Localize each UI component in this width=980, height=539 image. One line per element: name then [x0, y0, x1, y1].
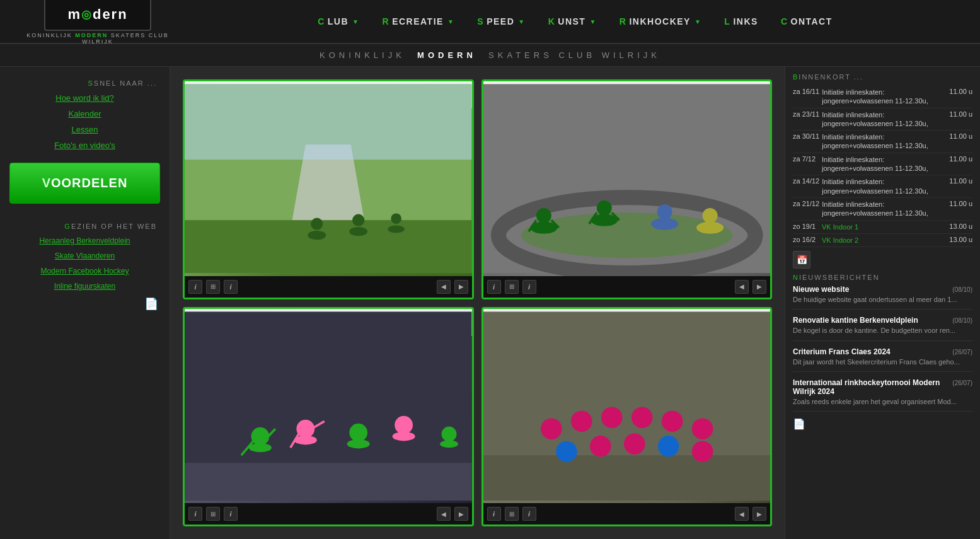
svg-point-52	[657, 435, 679, 456]
event-row-4: za 7/12 Initiatie inlineskaten: jongeren…	[793, 153, 972, 176]
svg-point-28	[251, 427, 269, 445]
event-desc-2: Initiatie inlineskaten: jongeren+volwass…	[822, 110, 945, 129]
nav-speed[interactable]: SPEED ▼	[466, 11, 536, 32]
sidebar-link-kalender[interactable]: Kalender	[6, 109, 163, 119]
event-date-1: za 16/11	[793, 88, 819, 95]
sidebar-document-icon[interactable]: 📄	[6, 297, 163, 311]
nav-contact-first: C	[781, 16, 788, 26]
sidebar-link-skate[interactable]: Skate Vlaanderen	[6, 252, 163, 260]
ctrl-next-btn-recreatie[interactable]: ▶	[454, 280, 468, 294]
site-logo[interactable]: m◎dern	[44, 0, 151, 31]
event-date-2: za 23/11	[793, 110, 819, 118]
nav-links-first: L	[724, 16, 730, 26]
nav-rinkhockey[interactable]: RINKHOCKEY ▼	[608, 11, 713, 32]
ctrl-grid-btn-recreatie[interactable]: ⊞	[206, 280, 220, 294]
svg-point-44	[571, 410, 592, 432]
svg-point-53	[691, 441, 713, 462]
ctrl-info-btn-kunst[interactable]: i	[188, 507, 202, 521]
nav-speed-rest: PEED	[487, 16, 514, 26]
ctrl-next-btn-rinkhockey[interactable]: ▶	[752, 507, 766, 521]
event-row-2: za 23/11 Initiatie inlineskaten: jongere…	[793, 108, 972, 131]
ctrl-next-btn-speed[interactable]: ▶	[752, 280, 766, 294]
event-desc-6: Initiatie inlineskaten: jongeren+volwass…	[822, 200, 945, 218]
svg-point-24	[702, 208, 717, 223]
news-title-3[interactable]: Criterium Frans Claes 2024	[793, 347, 891, 356]
card-kunst: KUNST	[183, 307, 474, 527]
nav-recreatie[interactable]: RECREATIE ▼	[371, 11, 466, 32]
ctrl-info-btn-recreatie[interactable]: i	[188, 280, 202, 294]
ctrl-prev-btn-rinkhockey[interactable]: ◀	[735, 507, 749, 521]
card-speed: SPEED	[481, 79, 773, 299]
subtitle-text: KONINKLIJK MODERN SKATERS CLUB WILRIJK	[320, 50, 660, 60]
events-list: za 16/11 Initiatie inlineskaten: jongere…	[793, 86, 972, 247]
news-item-2: Renovatie kantine Berkenveldplein (08/10…	[793, 316, 972, 340]
news-title-2[interactable]: Renovatie kantine Berkenveldplein	[793, 316, 918, 325]
ctrl-info2-btn-recreatie[interactable]: i	[224, 280, 238, 294]
ctrl-info2-btn-speed[interactable]: i	[522, 280, 536, 294]
nieuwsberichten-title: NIEUWSBERICHTEN	[793, 274, 972, 281]
card-rinkhockey-controls: i ⊞ i ◀ ▶	[483, 503, 771, 525]
event-time-8: 13.00 u	[947, 236, 972, 243]
ctrl-prev-btn-speed[interactable]: ◀	[735, 280, 749, 294]
nav-recreatie-rest: ECREATIE	[392, 16, 444, 26]
svg-rect-26	[185, 463, 472, 501]
card-rinkhockey-image: RINKHOCKEY	[483, 309, 771, 504]
ctrl-info2-btn-rinkhockey[interactable]: i	[522, 507, 536, 521]
svg-point-38	[395, 415, 413, 434]
main-layout: SSNEL NAAR ... Hoe word ik lid? Kalender…	[0, 67, 980, 539]
ctrl-prev-btn-recreatie[interactable]: ◀	[437, 280, 451, 294]
news-date-2: (08/10)	[952, 317, 972, 324]
event-time-1: 11.00 u	[947, 88, 972, 95]
ctrl-info-btn-rinkhockey[interactable]: i	[487, 507, 501, 521]
svg-point-50	[590, 435, 611, 456]
card-kunst-controls: i ⊞ i ◀ ▶	[185, 503, 472, 525]
event-desc-8[interactable]: VK Indoor 2	[822, 236, 945, 245]
event-date-4: za 7/12	[793, 155, 819, 163]
voordelen-button[interactable]: VOORDELEN	[9, 163, 160, 204]
news-item-4: Internationaal rinkhockeytornooi Modern …	[793, 378, 972, 412]
event-row-8: zo 16/2 VK Indoor 2 13.00 u	[793, 234, 972, 247]
event-date-8: zo 16/2	[793, 236, 819, 243]
sidebar-link-heraanleg[interactable]: Heraanleg Berkenveldplein	[6, 236, 163, 245]
sidebar-link-inline[interactable]: Inline figuurskaten	[6, 282, 163, 291]
nav-links[interactable]: LINKS	[713, 11, 770, 32]
ctrl-prev-btn-kunst[interactable]: ◀	[437, 507, 451, 521]
news-title-1[interactable]: Nieuwe website	[793, 285, 849, 294]
nieuws-label: IEUWSBERICHTEN	[799, 274, 880, 281]
sidebar-link-lessen[interactable]: Lessen	[6, 125, 163, 134]
ctrl-info-btn-speed[interactable]: i	[487, 280, 501, 294]
news-header-4: Internationaal rinkhockeytornooi Modern …	[793, 378, 972, 396]
svg-point-4	[308, 231, 326, 240]
sidebar-link-lid[interactable]: Hoe word ik lid?	[6, 93, 163, 103]
sidebar-link-fotos[interactable]: Foto's en video's	[6, 141, 163, 150]
card-recreatie: RECREATIE	[183, 79, 474, 299]
right-bottom-doc-icon[interactable]: 📄	[793, 418, 972, 430]
ctrl-grid-btn-rinkhockey[interactable]: ⊞	[505, 507, 519, 521]
event-time-3: 11.00 u	[947, 132, 972, 140]
ctrl-grid-btn-speed[interactable]: ⊞	[505, 280, 519, 294]
svg-point-8	[388, 226, 404, 233]
nav-recreatie-first: R	[383, 16, 390, 26]
event-desc-7[interactable]: VK Indoor 1	[822, 223, 945, 231]
calendar-icon-row: 📅	[793, 251, 972, 269]
svg-point-12	[521, 212, 732, 258]
ctrl-next-btn-kunst[interactable]: ▶	[454, 507, 468, 521]
ctrl-info2-btn-kunst[interactable]: i	[224, 507, 238, 521]
news-item-1: Nieuwe website (08/10) De huidige websit…	[793, 285, 972, 310]
right-panel: BINNENKORT ... za 16/11 Initiatie inline…	[785, 67, 980, 539]
sidebar-link-facebook[interactable]: Modern Facebook Hockey	[6, 267, 163, 275]
svg-rect-2	[185, 220, 472, 273]
event-time-7: 13.00 u	[947, 223, 972, 230]
event-time-4: 11.00 u	[947, 155, 972, 163]
svg-point-14	[536, 208, 551, 223]
card-rinkhockey: RINKHOCKEY	[481, 307, 773, 527]
nav-kunst[interactable]: KUNST ▼	[537, 11, 608, 32]
news-title-4[interactable]: Internationaal rinkhockeytornooi Modern …	[793, 378, 952, 396]
svg-point-48	[691, 418, 713, 439]
svg-point-46	[631, 407, 652, 428]
svg-point-45	[601, 407, 622, 428]
nav-club[interactable]: CLUB ▼	[306, 11, 371, 32]
nav-contact[interactable]: CONTACT	[770, 11, 844, 32]
calendar-icon-button[interactable]: 📅	[793, 251, 810, 269]
ctrl-grid-btn-kunst[interactable]: ⊞	[206, 507, 220, 521]
